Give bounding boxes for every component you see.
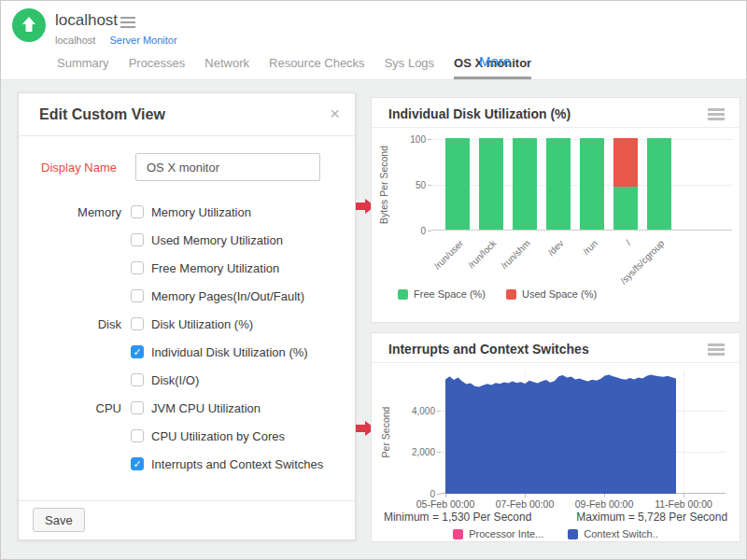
app-header: localhost localhost Server Monitor Summa… — [1, 1, 746, 80]
checkbox-row-memory-utilization: MemoryMemory Utilization — [19, 198, 355, 226]
chart-title: Individual Disk Utilization (%) — [372, 98, 740, 121]
checkbox-label-memory-pages-in-out-fault: Memory Pages(In/Out/Fault) — [151, 289, 304, 303]
checkbox-row-individual-disk-utilization: ✓Individual Disk Utilization (%) — [19, 338, 355, 366]
checkbox-used-memory-utilization[interactable] — [131, 233, 144, 246]
area-chart-plot — [441, 371, 726, 494]
breadcrumb-parent: localhost — [55, 35, 95, 46]
dialog-header: Edit Custom View × — [19, 93, 355, 136]
y-tick-label: 100 — [372, 134, 426, 145]
x-tick-label: /run/user — [431, 238, 465, 272]
checkbox-interrupts-and-context-switches[interactable]: ✓ — [131, 457, 144, 470]
x-tick-label: /dev — [546, 238, 566, 258]
hamburger-menu-icon[interactable] — [120, 17, 135, 31]
bar-segment-free-space — [513, 138, 537, 230]
x-tick-label: 07-Feb 00:00 — [496, 498, 554, 510]
x-tick-label: / — [624, 238, 633, 247]
tick-mark — [428, 185, 431, 186]
chart-menu-icon[interactable] — [708, 343, 725, 357]
legend-swatch — [506, 289, 516, 300]
tick-mark — [445, 494, 446, 497]
close-icon[interactable]: × — [330, 104, 340, 124]
checkbox-disk-i-o[interactable] — [131, 373, 144, 386]
checkbox-label-jvm-cpu-utilization: JVM CPU Utilization — [151, 401, 261, 415]
tick-mark — [428, 231, 431, 231]
y-tick-label: 4,000 — [372, 406, 435, 416]
bar-segment-free-space — [546, 138, 571, 230]
checkbox-label-individual-disk-utilization: Individual Disk Utilization (%) — [151, 345, 308, 359]
checkbox-memory-pages-in-out-fault[interactable] — [131, 289, 144, 302]
group-label-cpu: CPU — [19, 401, 121, 415]
checkbox-row-cpu-utilization-by-cores: CPU Utilization by Cores — [19, 422, 355, 450]
legend-swatch — [568, 529, 578, 539]
checkbox-row-disk-utilization: DiskDisk Utilization (%) — [19, 310, 355, 338]
dialog-footer: Save — [19, 500, 355, 539]
monitor-status-icon — [12, 8, 46, 42]
legend-item-context-switch: Context Switch.. — [568, 528, 657, 539]
y-tick-label: 50 — [372, 180, 426, 190]
tab-bar: SummaryProcessesNetworkResource ChecksSy… — [57, 56, 531, 79]
group-label-disk: Disk — [19, 317, 121, 331]
checkbox-label-disk-utilization: Disk Utilization (%) — [151, 317, 253, 331]
y-tick-label: 2,000 — [372, 447, 435, 457]
checkbox-individual-disk-utilization[interactable]: ✓ — [131, 345, 144, 358]
breadcrumb: localhost Server Monitor — [55, 35, 177, 46]
group-label-memory: Memory — [19, 205, 121, 219]
checkbox-free-memory-utilization[interactable] — [131, 261, 144, 274]
checkbox-label-memory-utilization: Memory Utilization — [151, 205, 251, 219]
tab-summary[interactable]: Summary — [57, 56, 109, 79]
bar-segment-free-space — [445, 138, 470, 230]
tab-sys-logs[interactable]: Sys Logs — [385, 56, 434, 79]
tick-mark — [437, 494, 441, 495]
y-tick-label: 0 — [372, 226, 426, 236]
legend-label: Context Switch.. — [584, 528, 657, 539]
legend-label: Free Space (%) — [414, 288, 486, 300]
checkbox-jvm-cpu-utilization[interactable] — [131, 401, 144, 414]
tick-mark — [437, 452, 441, 453]
legend-item-free-space: Free Space (%) — [398, 288, 486, 300]
tick-mark — [525, 494, 526, 497]
legend-label: Processor Inte... — [469, 528, 543, 539]
checkbox-row-memory-pages-in-out-fault: Memory Pages(In/Out/Fault) — [19, 282, 355, 310]
dialog-title: Edit Custom View — [19, 93, 355, 123]
legend-swatch — [398, 289, 408, 300]
bar-segment-free-space — [647, 138, 671, 230]
bar-segment-free-space — [580, 138, 604, 230]
checkbox-cpu-utilization-by-cores[interactable] — [131, 429, 144, 442]
minimum-value-label: Minimum = 1,530 Per Second — [384, 511, 531, 524]
checkbox-label-cpu-utilization-by-cores: CPU Utilization by Cores — [151, 429, 285, 443]
x-tick-label: /sys/fs/cgroup — [618, 238, 666, 286]
display-name-label: Display Name — [19, 161, 117, 175]
checkbox-row-disk-i-o: Disk(I/O) — [19, 366, 355, 394]
checkbox-memory-utilization[interactable] — [131, 205, 144, 218]
tab-more[interactable]: More — [479, 53, 511, 69]
checkbox-label-interrupts-and-context-switches: Interrupts and Context Switches — [151, 457, 323, 471]
tick-mark — [437, 411, 441, 412]
checkbox-row-free-memory-utilization: Free Memory Utilization — [19, 254, 355, 282]
display-name-row: Display Name — [19, 153, 355, 181]
x-tick-label: 09-Feb 00:00 — [575, 498, 633, 510]
bar-chart-plot — [431, 139, 732, 231]
checkbox-row-used-memory-utilization: Used Memory Utilization — [19, 226, 355, 254]
tab-network[interactable]: Network — [204, 56, 249, 79]
tab-processes[interactable]: Processes — [129, 56, 186, 79]
chart-title: Interrupts and Context Switches — [372, 333, 740, 357]
chart-menu-icon[interactable] — [708, 108, 725, 122]
checkbox-label-free-memory-utilization: Free Memory Utilization — [151, 261, 279, 275]
x-tick-label: 05-Feb 00:00 — [416, 498, 474, 510]
checkbox-disk-utilization[interactable] — [131, 317, 144, 330]
save-button[interactable]: Save — [33, 508, 85, 532]
bar-segment-free-space — [479, 138, 503, 230]
breadcrumb-current-link[interactable]: Server Monitor — [109, 35, 176, 46]
x-tick-label: /run/lock — [466, 238, 499, 271]
tab-resource-checks[interactable]: Resource Checks — [269, 56, 365, 79]
dialog-body: Display Name MemoryMemory UtilizationUse… — [19, 136, 355, 478]
checkbox-row-jvm-cpu-utilization: CPUJVM CPU Utilization — [19, 394, 355, 422]
checkbox-label-used-memory-utilization: Used Memory Utilization — [151, 233, 283, 247]
legend-swatch — [453, 529, 463, 539]
legend-item-processor-inte: Processor Inte... — [453, 528, 543, 539]
chart-panel-header: Individual Disk Utilization (%) — [372, 98, 740, 128]
bar-segment-used-space — [613, 138, 638, 187]
bar-segment-free-space — [613, 187, 638, 230]
tick-mark — [428, 139, 431, 140]
display-name-input[interactable] — [135, 153, 320, 181]
